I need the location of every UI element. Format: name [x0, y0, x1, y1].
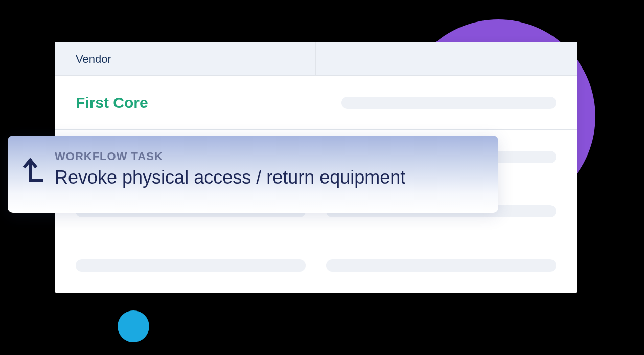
placeholder-bar — [341, 97, 556, 109]
placeholder-cell — [316, 97, 556, 109]
header-right-column — [316, 42, 577, 75]
workflow-task-card[interactable]: WORKFLOW TASK Revoke physical access / r… — [8, 136, 498, 213]
workflow-text-group: WORKFLOW TASK Revoke physical access / r… — [55, 150, 484, 188]
workflow-label: WORKFLOW TASK — [55, 150, 484, 163]
placeholder-bar — [326, 259, 556, 272]
panel-header: Vendor — [55, 42, 577, 76]
table-row: First Core — [55, 76, 577, 130]
decorative-blue-circle — [118, 310, 149, 342]
placeholder-bar — [76, 259, 306, 272]
vendor-name[interactable]: First Core — [76, 94, 316, 112]
header-label: Vendor — [76, 53, 111, 65]
workflow-title: Revoke physical access / return equipmen… — [55, 166, 484, 188]
placeholder-cell-group — [76, 259, 556, 272]
table-row — [55, 238, 577, 293]
header-vendor-column: Vendor — [55, 42, 316, 75]
arrow-up-turn-icon — [22, 153, 43, 184]
